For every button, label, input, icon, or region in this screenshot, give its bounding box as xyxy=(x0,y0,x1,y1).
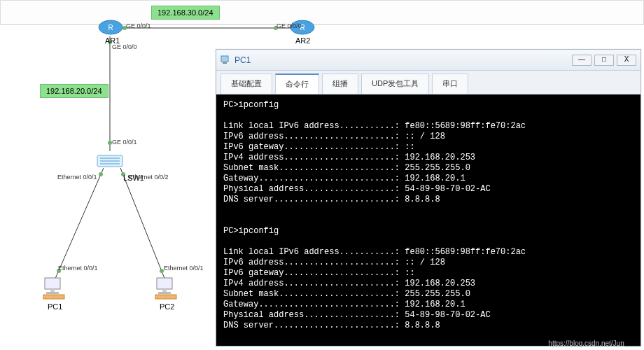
minimize-button[interactable]: — xyxy=(572,55,592,66)
pc1-window[interactable]: PC1 — □ X 基础配置 命令行 组播 UDP发包工具 串口 PC>ipco… xyxy=(216,49,641,346)
router-ar1[interactable]: R xyxy=(98,20,123,35)
close-button[interactable]: X xyxy=(617,55,636,66)
watermark: https://blog.csdn.net/Jun____ xyxy=(548,340,640,347)
tab-udp-tool[interactable]: UDP发包工具 xyxy=(361,74,429,94)
label-pc1: PC1 xyxy=(48,302,62,311)
port-pc2-eth001: Ethernet 0/0/1 xyxy=(164,265,204,272)
port-ar2-ge000: GE 0/0/0 xyxy=(276,22,302,29)
label-pc2: PC2 xyxy=(160,302,174,311)
svg-rect-26 xyxy=(158,292,171,294)
tab-basic-config[interactable]: 基础配置 xyxy=(220,74,272,94)
svg-text:R: R xyxy=(108,24,113,31)
svg-rect-20 xyxy=(45,278,60,289)
titlebar[interactable]: PC1 — □ X xyxy=(216,50,640,71)
tab-multicast[interactable]: 组播 xyxy=(322,74,358,94)
svg-rect-24 xyxy=(157,278,172,289)
port-lsw-eth001: Ethernet 0/0/1 xyxy=(57,174,97,181)
port-ar1-ge001: GE 0/0/1 xyxy=(126,22,151,29)
port-lsw-eth002: Ethernet 0/0/2 xyxy=(129,174,169,181)
svg-rect-22 xyxy=(46,292,59,294)
tab-cli[interactable]: 命令行 xyxy=(275,74,319,94)
svg-rect-27 xyxy=(155,295,176,299)
port-lsw-ge001: GE 0/0/1 xyxy=(112,139,137,146)
svg-line-6 xyxy=(55,168,104,280)
pc2[interactable] xyxy=(154,276,178,300)
svg-point-7 xyxy=(99,172,103,176)
tab-serial[interactable]: 串口 xyxy=(432,74,468,94)
subnet-tag-top: 192.168.30.0/24 xyxy=(151,6,220,20)
tab-strip: 基础配置 命令行 组播 UDP发包工具 串口 xyxy=(216,71,640,94)
switch-lsw1[interactable] xyxy=(96,151,124,169)
port-ar1-ge000: GE 0/0/0 xyxy=(112,43,137,50)
svg-line-9 xyxy=(120,168,165,280)
window-buttons: — □ X xyxy=(572,55,636,66)
svg-rect-25 xyxy=(162,289,167,292)
port-pc1-eth001: Ethernet 0/0/1 xyxy=(58,265,98,272)
top-divider xyxy=(0,0,644,25)
svg-rect-29 xyxy=(223,62,227,64)
app-icon xyxy=(220,55,230,65)
label-ar2: AR2 xyxy=(295,36,310,45)
svg-rect-23 xyxy=(43,295,64,299)
subnet-tag-left: 192.168.20.0/24 xyxy=(40,84,108,98)
window-title: PC1 xyxy=(234,55,572,65)
pc1[interactable] xyxy=(42,276,66,300)
svg-rect-21 xyxy=(50,289,55,292)
maximize-button[interactable]: □ xyxy=(594,55,614,66)
svg-rect-28 xyxy=(221,56,228,62)
terminal-output[interactable]: PC>ipconfig Link local IPv6 address.....… xyxy=(216,94,640,346)
